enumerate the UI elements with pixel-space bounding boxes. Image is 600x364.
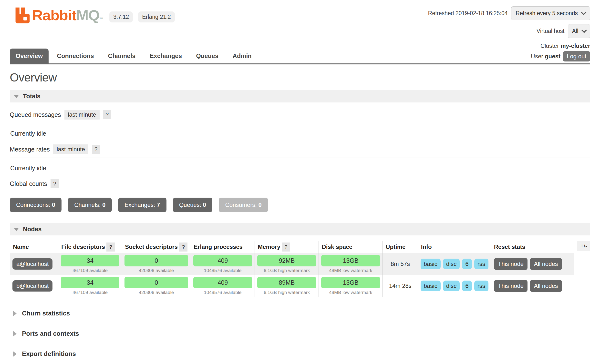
brand-mq: MQ (76, 7, 100, 23)
col-info: Info (418, 241, 491, 253)
message-rates-row: Message rates last minute ? (10, 144, 590, 158)
brand-tm: ™ (99, 17, 103, 21)
sd-help-icon[interactable]: ? (179, 243, 187, 252)
rabbitmq-rabbit-icon (13, 6, 31, 24)
top-bar: RabbitMQ™ 3.7.12 Erlang 21.2 Refreshed 2… (10, 0, 590, 38)
rabbitmq-logo[interactable]: RabbitMQ™ (13, 6, 103, 24)
exchanges-count-button[interactable]: Exchanges: 7 (118, 198, 166, 212)
global-counts-buttons: Connections: 0 Channels: 0 Exchanges: 7 … (10, 198, 590, 212)
rates-idle-status: Currently idle (10, 165, 590, 172)
expand-triangle-icon (13, 311, 17, 316)
chevron-down-icon (581, 27, 587, 33)
info-tag-rss: rss (474, 259, 488, 269)
rates-help-icon[interactable]: ? (92, 145, 100, 154)
global-counts-help-icon[interactable]: ? (51, 179, 59, 188)
col-file-descriptors: File descriptors? (58, 241, 122, 253)
reset-all-nodes-button[interactable]: All nodes (530, 280, 562, 292)
collapse-triangle-icon (14, 228, 19, 231)
collapse-triangle-icon (14, 95, 19, 98)
cluster-name: my-cluster (561, 42, 590, 49)
info-tag-rss: rss (474, 281, 488, 291)
nodes-section-header[interactable]: Nodes (10, 223, 590, 235)
ep-value: 409 (193, 255, 252, 266)
info-tag-disc: disc (443, 259, 460, 269)
tab-connections[interactable]: Connections (51, 49, 100, 63)
uptime-value: 8m 57s (383, 253, 418, 275)
session-info: Cluster my-cluster User guestLog out (531, 40, 590, 63)
refresh-controls: Refreshed 2019-02-18 16:25:04 Refresh ev… (428, 6, 590, 38)
memory-value: 92MB (257, 255, 316, 266)
nav-bar: Overview Connections Channels Exchanges … (10, 40, 590, 64)
tab-overview[interactable]: Overview (10, 49, 49, 63)
user-name: guest (545, 53, 560, 60)
totals-section-title: Totals (23, 93, 41, 100)
col-memory: Memory? (255, 241, 319, 253)
message-rates-label: Message rates (10, 146, 50, 153)
global-counts-label: Global counts (10, 180, 47, 187)
nodes-section-title: Nodes (23, 226, 41, 233)
vhost-label: Virtual host (537, 28, 565, 34)
queued-help-icon[interactable]: ? (103, 110, 111, 119)
info-tag-stats: 6 (462, 259, 472, 269)
global-counts-row: Global counts ? (10, 179, 590, 189)
col-uptime: Uptime (383, 241, 418, 253)
queues-count-button[interactable]: Queues: 0 (173, 198, 213, 212)
disk-value: 13GB (321, 255, 380, 266)
export-definitions-section[interactable]: Export definitions (13, 350, 590, 358)
rates-window-badge[interactable]: last minute (53, 144, 88, 154)
expand-triangle-icon (13, 351, 17, 357)
queued-messages-label: Queued messages (10, 111, 61, 118)
tab-admin[interactable]: Admin (227, 49, 258, 63)
sd-value: 0 (124, 255, 188, 266)
totals-section-header[interactable]: Totals (10, 90, 590, 102)
cluster-label: Cluster (540, 42, 559, 49)
vhost-select[interactable]: All (568, 24, 590, 38)
tab-channels[interactable]: Channels (102, 49, 142, 63)
uptime-value: 14m 28s (383, 275, 418, 297)
logout-button[interactable]: Log out (563, 51, 590, 61)
col-erlang-processes: Erlang processes (191, 241, 255, 253)
refresh-interval-select[interactable]: Refresh every 5 seconds (511, 6, 590, 20)
column-toggle-button[interactable]: +/- (577, 241, 590, 251)
node-row-a: a@localhost 34467109 available 0420306 a… (10, 253, 574, 275)
brand-rabbit: Rabbit (32, 7, 76, 23)
nodes-table: Name File descriptors? Socket descriptor… (10, 241, 574, 297)
info-tag-basic: basic (421, 281, 441, 291)
memory-help-icon[interactable]: ? (282, 243, 290, 252)
nodes-header-row: Name File descriptors? Socket descriptor… (10, 241, 574, 253)
col-socket-descriptors: Socket descriptors? (122, 241, 191, 253)
ports-and-contexts-section[interactable]: Ports and contexts (13, 330, 590, 337)
version-badges: 3.7.12 Erlang 21.2 (109, 11, 175, 24)
info-tag-stats: 6 (462, 281, 472, 291)
reset-this-node-button[interactable]: This node (494, 280, 528, 292)
churn-statistics-section[interactable]: Churn statistics (13, 310, 590, 317)
refreshed-timestamp: Refreshed 2019-02-18 16:25:04 (428, 10, 508, 17)
node-name-badge[interactable]: b@localhost (12, 280, 52, 292)
ep-value: 409 (193, 277, 252, 288)
memory-value: 89MB (257, 277, 316, 288)
disk-value: 13GB (321, 277, 380, 288)
node-name-badge[interactable]: a@localhost (12, 258, 52, 270)
fd-help-icon[interactable]: ? (106, 243, 115, 252)
sd-value: 0 (124, 277, 188, 288)
connections-count-button[interactable]: Connections: 0 (10, 198, 62, 212)
col-name: Name (10, 241, 58, 253)
info-tag-disc: disc (443, 281, 460, 291)
reset-all-nodes-button[interactable]: All nodes (530, 258, 562, 270)
info-tag-basic: basic (421, 259, 441, 269)
queued-messages-row: Queued messages last minute ? (10, 110, 590, 123)
col-reset-stats: Reset stats (491, 241, 574, 253)
page-title: Overview (10, 71, 590, 84)
fd-value: 34 (61, 255, 119, 266)
queued-window-badge[interactable]: last minute (64, 110, 100, 120)
channels-count-button[interactable]: Channels: 0 (68, 198, 112, 212)
node-row-b: b@localhost 34467109 available 0420306 a… (10, 275, 574, 297)
queued-idle-status: Currently idle (10, 130, 590, 137)
rabbitmq-version-badge: 3.7.12 (109, 11, 133, 22)
tab-exchanges[interactable]: Exchanges (144, 49, 188, 63)
chevron-down-icon (581, 10, 587, 15)
expand-triangle-icon (13, 331, 17, 336)
fd-value: 34 (61, 277, 119, 288)
reset-this-node-button[interactable]: This node (494, 258, 528, 270)
tab-queues[interactable]: Queues (190, 49, 224, 63)
